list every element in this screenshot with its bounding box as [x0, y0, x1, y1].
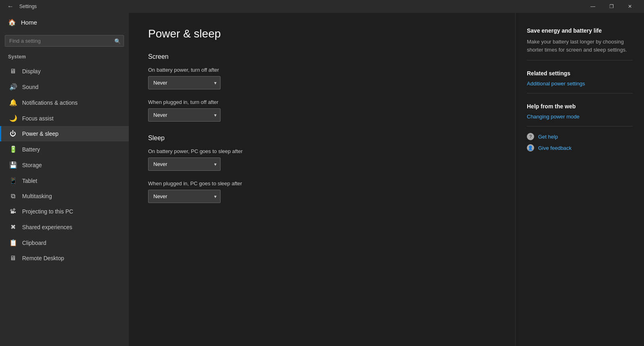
- sidebar-item-power[interactable]: ⏻ Power & sleep: [0, 126, 129, 141]
- screen-plugged-label: When plugged in, turn off after: [148, 99, 496, 105]
- power-icon: ⏻: [9, 130, 17, 137]
- sleep-battery-label: On battery power, PC goes to sleep after: [148, 148, 496, 154]
- shared-icon: ✖: [9, 223, 17, 231]
- sidebar-item-home[interactable]: 🏠 Home: [0, 13, 129, 32]
- screen-battery-dropdown[interactable]: Never 1 minute 2 minutes 5 minutes 10 mi…: [148, 76, 221, 89]
- search-icon: 🔍: [114, 38, 121, 44]
- system-label: System: [0, 52, 129, 64]
- sidebar-item-clipboard[interactable]: 📋 Clipboard: [0, 235, 129, 251]
- save-energy-text: Make your battery last longer by choosin…: [527, 38, 633, 54]
- help-web-title: Help from the web: [527, 103, 633, 110]
- sound-icon: 🔊: [9, 83, 17, 91]
- sleep-battery-row: On battery power, PC goes to sleep after…: [148, 148, 496, 171]
- divider-3: [527, 126, 633, 126]
- save-energy-title: Save energy and battery life: [527, 27, 633, 34]
- get-help-icon: ?: [527, 133, 534, 140]
- remote-icon: 🖥: [9, 255, 17, 262]
- sidebar-item-multitasking[interactable]: ⧉ Multitasking: [0, 189, 129, 204]
- back-button[interactable]: ←: [5, 1, 16, 12]
- close-button[interactable]: ✕: [621, 0, 639, 13]
- sidebar: 🏠 Home 🔍 System 🖥 Display 🔊 Sound 🔔 Noti…: [0, 13, 129, 346]
- screen-section: Screen On battery power, turn off after …: [148, 53, 496, 122]
- sleep-section-title: Sleep: [148, 135, 496, 142]
- sidebar-item-notifications[interactable]: 🔔 Notifications & actions: [0, 95, 129, 110]
- sidebar-item-tablet[interactable]: 📱 Tablet: [0, 173, 129, 189]
- sidebar-item-focus[interactable]: 🌙 Focus assist: [0, 110, 129, 126]
- multitasking-icon: ⧉: [9, 193, 17, 200]
- sleep-plugged-dropdown-wrapper: Never 1 minute 2 minutes 5 minutes 10 mi…: [148, 190, 221, 203]
- home-icon: 🏠: [8, 19, 15, 26]
- screen-battery-label: On battery power, turn off after: [148, 67, 496, 73]
- search-input[interactable]: [5, 35, 124, 47]
- sidebar-item-shared[interactable]: ✖ Shared experiences: [0, 219, 129, 235]
- display-icon: 🖥: [9, 68, 17, 75]
- get-help-link[interactable]: ? Get help: [527, 133, 633, 140]
- sleep-battery-dropdown[interactable]: Never 1 minute 2 minutes 5 minutes 10 mi…: [148, 157, 221, 171]
- sidebar-item-sound[interactable]: 🔊 Sound: [0, 79, 129, 95]
- search-box: 🔍: [5, 35, 124, 47]
- sleep-plugged-label: When plugged in, PC goes to sleep after: [148, 180, 496, 186]
- screen-battery-row: On battery power, turn off after Never 1…: [148, 67, 496, 89]
- battery-icon: 🔋: [9, 145, 17, 153]
- titlebar: ← Settings — ❐ ✕: [0, 0, 644, 13]
- screen-plugged-dropdown-wrapper: Never 1 minute 2 minutes 5 minutes 10 mi…: [148, 108, 221, 122]
- divider-1: [527, 60, 633, 60]
- sleep-plugged-row: When plugged in, PC goes to sleep after …: [148, 180, 496, 203]
- related-settings-title: Related settings: [527, 70, 633, 77]
- sidebar-item-storage[interactable]: 💾 Storage: [0, 157, 129, 173]
- notifications-icon: 🔔: [9, 99, 17, 106]
- changing-power-link[interactable]: Changing power mode: [527, 114, 633, 120]
- sidebar-item-projecting[interactable]: 📽 Projecting to this PC: [0, 204, 129, 219]
- focus-icon: 🌙: [9, 114, 17, 122]
- screen-plugged-dropdown[interactable]: Never 1 minute 2 minutes 5 minutes 10 mi…: [148, 108, 221, 122]
- storage-icon: 💾: [9, 161, 17, 169]
- screen-plugged-row: When plugged in, turn off after Never 1 …: [148, 99, 496, 122]
- maximize-button[interactable]: ❐: [602, 0, 621, 13]
- give-feedback-icon: 👤: [527, 144, 534, 151]
- sleep-plugged-dropdown[interactable]: Never 1 minute 2 minutes 5 minutes 10 mi…: [148, 190, 221, 203]
- sidebar-item-display[interactable]: 🖥 Display: [0, 64, 129, 79]
- page-title: Power & sleep: [148, 27, 496, 40]
- sleep-battery-dropdown-wrapper: Never 1 minute 2 minutes 5 minutes 10 mi…: [148, 157, 221, 171]
- additional-power-link[interactable]: Additional power settings: [527, 81, 633, 87]
- projecting-icon: 📽: [9, 208, 17, 215]
- screen-section-title: Screen: [148, 53, 496, 60]
- give-feedback-link[interactable]: 👤 Give feedback: [527, 144, 633, 151]
- minimize-button[interactable]: —: [584, 0, 602, 13]
- right-panel: Save energy and battery life Make your b…: [515, 13, 644, 346]
- sidebar-item-battery[interactable]: 🔋 Battery: [0, 141, 129, 157]
- sidebar-item-remote[interactable]: 🖥 Remote Desktop: [0, 251, 129, 266]
- main-content: Power & sleep Screen On battery power, t…: [129, 13, 515, 346]
- sleep-section: Sleep On battery power, PC goes to sleep…: [148, 135, 496, 203]
- divider-2: [527, 93, 633, 93]
- screen-battery-dropdown-wrapper: Never 1 minute 2 minutes 5 minutes 10 mi…: [148, 76, 221, 89]
- clipboard-icon: 📋: [9, 239, 17, 247]
- window-controls: — ❐ ✕: [584, 0, 639, 13]
- titlebar-title: Settings: [19, 4, 37, 9]
- tablet-icon: 📱: [9, 177, 17, 184]
